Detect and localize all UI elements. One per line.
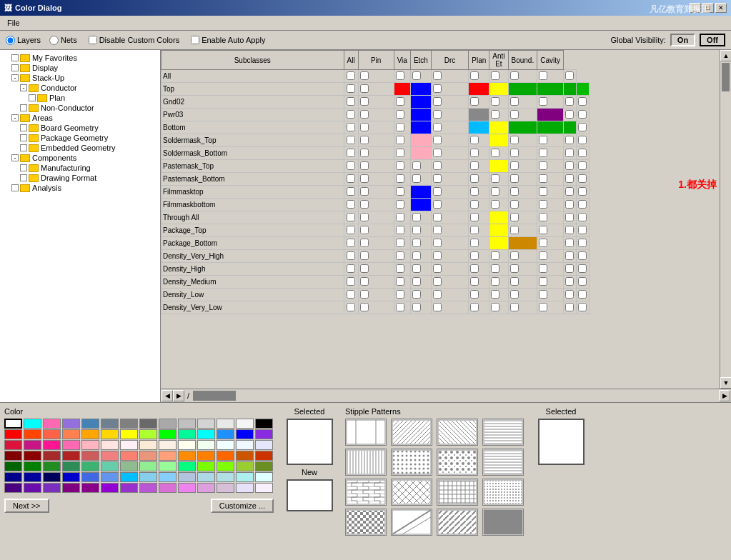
grid-cell[interactable]: [431, 147, 468, 160]
enable-auto-checkbox[interactable]: Enable Auto Apply: [191, 36, 265, 44]
grid-cell[interactable]: [508, 250, 537, 263]
color-swatch[interactable]: [4, 419, 22, 429]
stipple-swatch[interactable]: [391, 449, 432, 476]
cell-checkbox[interactable]: [412, 303, 421, 311]
cell-checkbox[interactable]: [433, 174, 442, 183]
nets-radio-input[interactable]: [49, 36, 59, 45]
grid-cell[interactable]: [431, 237, 468, 250]
cell-checkbox[interactable]: [539, 226, 547, 234]
all-checkbox[interactable]: [347, 264, 355, 273]
color-swatch[interactable]: [255, 483, 273, 493]
all-checkbox[interactable]: [347, 251, 355, 260]
cell-checkbox[interactable]: [470, 136, 479, 144]
grid-cell[interactable]: [564, 83, 577, 96]
grid-cell[interactable]: [394, 109, 410, 121]
grid-cell[interactable]: [577, 160, 590, 173]
color-swatch[interactable]: [24, 419, 41, 429]
cell-checkbox[interactable]: [360, 251, 369, 260]
cell-checkbox[interactable]: [565, 277, 574, 286]
grid-cell[interactable]: [394, 301, 410, 314]
color-swatch[interactable]: [81, 461, 99, 471]
grid-cell[interactable]: [410, 250, 431, 263]
grid-cell[interactable]: [577, 301, 590, 314]
cell-checkbox[interactable]: [396, 71, 404, 80]
cell-checkbox[interactable]: [360, 226, 369, 234]
grid-cell[interactable]: [577, 289, 590, 301]
stipple-swatch[interactable]: [345, 479, 387, 506]
cell-checkbox[interactable]: [396, 136, 404, 144]
cell-checkbox[interactable]: [360, 277, 369, 286]
vertical-scrollbar[interactable]: ▲ ▼: [720, 50, 731, 389]
tree-item-components[interactable]: - Components: [3, 153, 157, 163]
grid-cell[interactable]: [537, 211, 564, 224]
cell-checkbox[interactable]: [491, 174, 499, 183]
grid-cell[interactable]: [431, 276, 468, 289]
scroll-right-button[interactable]: ▶: [173, 390, 184, 401]
color-swatch[interactable]: [178, 472, 196, 482]
cell-checkbox[interactable]: [396, 97, 404, 106]
grid-cell[interactable]: [469, 276, 489, 289]
cell-checkbox[interactable]: [396, 200, 404, 209]
grid-cell[interactable]: [431, 121, 468, 134]
nets-radio[interactable]: Nets: [49, 36, 77, 45]
grid-cell[interactable]: [564, 134, 577, 147]
grid-cell[interactable]: [410, 70, 431, 83]
cell-checkbox[interactable]: [510, 161, 519, 170]
grid-cell[interactable]: [489, 173, 508, 186]
cell-checkbox[interactable]: [360, 136, 369, 144]
grid-cell[interactable]: [564, 147, 577, 160]
grid-cell[interactable]: [469, 211, 489, 224]
cell-checkbox[interactable]: [433, 213, 442, 221]
all-checkbox[interactable]: [347, 303, 355, 311]
all-checkbox[interactable]: [347, 71, 355, 80]
cell-checkbox[interactable]: [433, 71, 442, 80]
cell-checkbox[interactable]: [539, 71, 547, 80]
grid-cell[interactable]: [394, 83, 410, 96]
all-checkbox[interactable]: [347, 187, 355, 196]
cell-checkbox[interactable]: [565, 239, 574, 247]
grid-cell[interactable]: [577, 276, 590, 289]
cell-checkbox[interactable]: [510, 290, 519, 299]
color-swatch[interactable]: [43, 419, 61, 429]
grid-cell[interactable]: [489, 109, 508, 121]
cell-checkbox[interactable]: [433, 149, 442, 157]
grid-cell[interactable]: [394, 199, 410, 211]
cell-checkbox[interactable]: [470, 264, 479, 273]
grid-cell[interactable]: [564, 173, 577, 186]
cell-checkbox[interactable]: [539, 149, 547, 157]
stipple-swatch[interactable]: [391, 479, 432, 506]
grid-cell[interactable]: [489, 134, 508, 147]
color-swatch[interactable]: [217, 472, 234, 482]
cell-checkbox[interactable]: [539, 303, 547, 311]
all-cell[interactable]: [344, 147, 358, 160]
tree-item-display[interactable]: Display: [3, 63, 157, 73]
grid-cell[interactable]: [508, 83, 537, 96]
all-cell[interactable]: [344, 301, 358, 314]
grid-cell[interactable]: [469, 160, 489, 173]
grid-cell[interactable]: [410, 83, 431, 96]
cell-checkbox[interactable]: [433, 277, 442, 286]
cell-checkbox[interactable]: [565, 200, 574, 209]
cell-checkbox[interactable]: [510, 174, 519, 183]
color-swatch[interactable]: [217, 483, 234, 493]
cell-checkbox[interactable]: [491, 110, 499, 119]
grid-cell[interactable]: [431, 109, 468, 121]
scroll-left-button[interactable]: ◀: [161, 390, 173, 401]
cell-checkbox[interactable]: [510, 110, 519, 119]
grid-cell[interactable]: [394, 237, 410, 250]
grid-cell[interactable]: [508, 289, 537, 301]
all-checkbox[interactable]: [347, 239, 355, 247]
stipple-swatch[interactable]: [437, 419, 478, 446]
cell-checkbox[interactable]: [539, 200, 547, 209]
grid-cell[interactable]: [508, 237, 537, 250]
grid-cell[interactable]: [358, 134, 394, 147]
all-checkbox[interactable]: [347, 136, 355, 144]
cell-checkbox[interactable]: [412, 226, 421, 234]
cell-checkbox[interactable]: [578, 226, 587, 234]
grid-cell[interactable]: [431, 160, 468, 173]
cell-checkbox[interactable]: [565, 161, 574, 170]
scroll-track[interactable]: [720, 61, 731, 377]
cell-checkbox[interactable]: [510, 187, 519, 196]
grid-cell[interactable]: [394, 173, 410, 186]
color-swatch[interactable]: [62, 461, 80, 471]
